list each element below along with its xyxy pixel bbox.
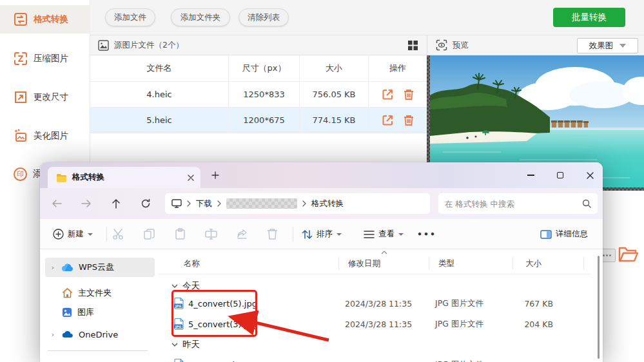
sidebar-item-label: 美化图片 bbox=[34, 130, 68, 142]
file-name: 5.heic bbox=[90, 108, 229, 133]
chevron-down-icon bbox=[620, 44, 626, 48]
export-icon[interactable] bbox=[382, 114, 394, 126]
add-file-label: 添加文件 bbox=[114, 12, 146, 23]
search-box[interactable] bbox=[438, 193, 598, 214]
new-tab-icon[interactable] bbox=[211, 171, 219, 179]
view-icon bbox=[364, 230, 375, 239]
file-size: 105 KB bbox=[507, 360, 553, 362]
batch-convert-label: 批量转换 bbox=[572, 12, 607, 23]
sidebar-item-label: 压缩图片 bbox=[34, 53, 68, 64]
export-icon[interactable] bbox=[382, 88, 394, 100]
column-size[interactable]: 大小 bbox=[525, 254, 542, 272]
nav-item-gallery[interactable]: 图库 bbox=[45, 303, 155, 322]
nav-item-onedrive[interactable]: › OneDrive bbox=[45, 325, 155, 344]
close-icon bbox=[587, 172, 594, 179]
image-file-icon bbox=[98, 40, 109, 51]
explorer-nav-pane: › WPS云盘 主文件夹 图库 › OneDrive bbox=[40, 249, 159, 362]
chevron-down-icon bbox=[171, 284, 178, 288]
column-date-modified[interactable]: 修改日期 bbox=[348, 254, 380, 272]
scrollbar[interactable] bbox=[598, 256, 600, 359]
col-dimensions: 尺寸（px） bbox=[229, 55, 300, 81]
minimize-button[interactable] bbox=[520, 166, 542, 184]
file-date: 2024/3/28 11:35 bbox=[345, 319, 412, 329]
nav-item-wps-cloud[interactable]: › WPS云盘 bbox=[45, 258, 155, 277]
close-button[interactable] bbox=[579, 166, 601, 184]
jpg-file-icon: JPG bbox=[174, 359, 184, 362]
open-folder-icon[interactable] bbox=[617, 243, 640, 265]
add-file-button[interactable]: 添加文件 bbox=[105, 8, 155, 26]
file-row[interactable]: JPG 7_convert.jpg 2024/3/27 11:30 JPG 图片… bbox=[159, 354, 584, 362]
delete-icon[interactable] bbox=[267, 228, 278, 240]
col-filename: 文件名 bbox=[90, 55, 229, 81]
onedrive-icon bbox=[62, 330, 73, 338]
group-yesterday[interactable]: 昨天 bbox=[171, 338, 200, 352]
format-convert-icon bbox=[14, 12, 28, 26]
sort-ascending-icon bbox=[381, 251, 387, 254]
file-name: 4.heic bbox=[90, 82, 229, 107]
gallery-icon bbox=[62, 307, 72, 318]
preview-icon bbox=[436, 39, 447, 51]
column-type[interactable]: 类型 bbox=[438, 254, 454, 272]
table-header-row: 文件名 尺寸（px） 大小 操作 bbox=[90, 55, 427, 82]
copy-icon[interactable] bbox=[143, 228, 155, 240]
sidebar-item-format-convert[interactable]: 格式转换 bbox=[0, 5, 90, 33]
nav-item-label: 主文件夹 bbox=[78, 287, 112, 299]
this-pc-icon bbox=[171, 199, 182, 208]
chevron-right-icon[interactable]: › bbox=[49, 263, 57, 272]
file-name: 7_convert.jpg bbox=[188, 360, 246, 362]
breadcrumb-current[interactable]: 格式转换 bbox=[311, 198, 344, 209]
chevron-right-icon bbox=[187, 200, 191, 207]
sidebar-item-label: 格式转换 bbox=[34, 14, 68, 25]
table-row-selected[interactable]: 5.heic 1200*675 774.15 KB bbox=[90, 108, 427, 133]
search-icon bbox=[582, 199, 591, 208]
compress-image-icon bbox=[14, 52, 28, 66]
file-dimensions: 1250*833 bbox=[229, 82, 300, 107]
new-button[interactable]: 新建 bbox=[53, 225, 93, 243]
trash-icon[interactable] bbox=[403, 88, 415, 100]
nav-item-home[interactable]: 主文件夹 bbox=[45, 283, 155, 303]
explorer-titlebar[interactable]: 格式转换 bbox=[40, 162, 603, 188]
back-button[interactable] bbox=[49, 196, 64, 211]
more-options-button[interactable]: ••• bbox=[417, 225, 436, 243]
refresh-button[interactable] bbox=[138, 196, 153, 211]
file-type: JPG 图片文件 bbox=[435, 298, 483, 309]
clear-list-button[interactable]: 清除列表 bbox=[239, 8, 289, 26]
explorer-tab[interactable]: 格式转换 bbox=[48, 167, 200, 188]
cut-icon[interactable] bbox=[112, 228, 124, 240]
preview-mode-dropdown[interactable]: 效果图 bbox=[577, 38, 638, 53]
sidebar-item-beautify[interactable]: 美化图片 bbox=[0, 122, 90, 150]
clear-list-label: 清除列表 bbox=[248, 12, 280, 23]
search-input[interactable] bbox=[445, 199, 582, 209]
up-button[interactable] bbox=[108, 196, 124, 211]
add-folder-button[interactable]: 添加文件夹 bbox=[171, 8, 230, 26]
app-topbar: 添加文件 添加文件夹 清除列表 批量转换 bbox=[90, 0, 644, 35]
add-folder-label: 添加文件夹 bbox=[181, 12, 221, 23]
sort-button[interactable]: 排序 bbox=[302, 225, 342, 243]
forward-button[interactable] bbox=[79, 196, 94, 211]
view-button[interactable]: 查看 bbox=[364, 225, 404, 243]
breadcrumb-downloads[interactable]: 下载 bbox=[196, 198, 212, 209]
chevron-down-icon bbox=[171, 343, 178, 347]
rename-icon[interactable] bbox=[205, 228, 217, 240]
address-bar[interactable]: 下载 格式转换 bbox=[165, 193, 430, 214]
file-type: JPG 图片文件 bbox=[435, 359, 483, 362]
nav-item-label: OneDrive bbox=[79, 330, 118, 339]
trash-icon[interactable] bbox=[403, 114, 415, 126]
maximize-button[interactable] bbox=[549, 166, 571, 184]
nav-divider bbox=[48, 350, 148, 351]
table-row[interactable]: 4.heic 1250*833 756.05 KB bbox=[90, 82, 427, 108]
nav-item-label: 图库 bbox=[77, 307, 94, 318]
paste-icon[interactable] bbox=[174, 228, 186, 240]
sidebar-item-resize[interactable]: 更改尺寸 bbox=[0, 83, 90, 111]
details-pane-button[interactable]: 详细信息 bbox=[540, 225, 588, 243]
chevron-right-icon[interactable]: › bbox=[49, 330, 57, 339]
column-name[interactable]: 名称 bbox=[184, 254, 200, 272]
view-label: 查看 bbox=[378, 229, 395, 240]
share-icon[interactable] bbox=[236, 228, 248, 240]
batch-convert-button[interactable]: 批量转换 bbox=[553, 8, 625, 27]
grid-view-icon[interactable] bbox=[407, 40, 418, 51]
sidebar-item-compress[interactable]: 压缩图片 bbox=[0, 44, 90, 73]
explorer-navrow: 下载 格式转换 bbox=[40, 188, 603, 219]
tab-close-icon[interactable] bbox=[188, 175, 194, 181]
nav-item-label: WPS云盘 bbox=[79, 262, 114, 273]
